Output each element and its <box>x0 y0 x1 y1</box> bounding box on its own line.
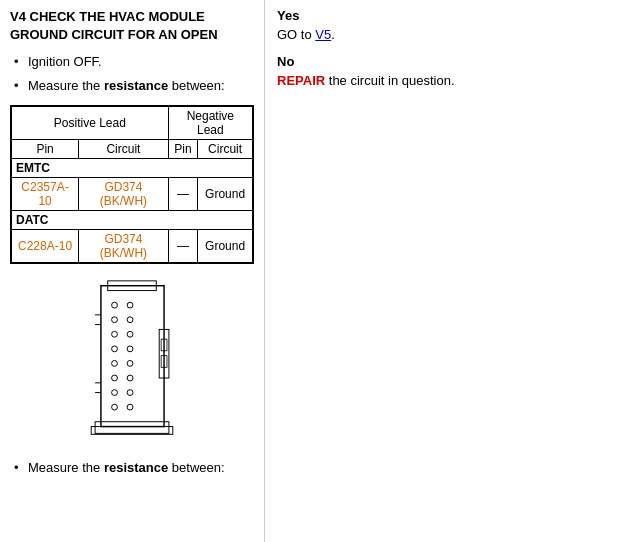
footer-measure-pre: Measure the <box>28 460 104 475</box>
datc-pos-circuit: GD374 (BK/WH) <box>79 230 169 263</box>
page-container: V4 CHECK THE HVAC MODULE GROUND CIRCUIT … <box>0 0 631 542</box>
svg-point-17 <box>127 375 133 381</box>
ignition-off-text: Ignition OFF. <box>28 54 102 69</box>
datc-neg-pin: — <box>168 230 197 263</box>
svg-point-10 <box>112 390 118 396</box>
svg-point-11 <box>112 405 118 411</box>
svg-point-13 <box>127 317 133 323</box>
resistance-bold: resistance <box>104 78 168 93</box>
svg-point-8 <box>112 361 118 367</box>
svg-point-4 <box>112 303 118 309</box>
col-header-circuit1: Circuit <box>79 140 169 159</box>
svg-point-19 <box>127 405 133 411</box>
emtc-neg-pin: — <box>168 178 197 211</box>
col-header-circuit2: Circuit <box>198 140 253 159</box>
col-header-pin2: Pin <box>168 140 197 159</box>
svg-point-14 <box>127 332 133 338</box>
section-title: V4 CHECK THE HVAC MODULE GROUND CIRCUIT … <box>10 8 254 44</box>
datc-neg-circuit: Ground <box>198 230 253 263</box>
no-action: REPAIR the circuit in question. <box>277 73 619 88</box>
category-emtc: EMTC <box>12 159 253 178</box>
yes-answer-block: Yes <box>277 8 619 23</box>
connector-diagram <box>72 276 192 446</box>
emtc-pos-pin: C2357A-10 <box>12 178 79 211</box>
emtc-row: C2357A-10 GD374 (BK/WH) — Ground <box>12 178 253 211</box>
emtc-pos-circuit: GD374 (BK/WH) <box>79 178 169 211</box>
col-header-pin1: Pin <box>12 140 79 159</box>
svg-point-15 <box>127 346 133 352</box>
category-datc: DATC <box>12 211 253 230</box>
footer-resistance-bold: resistance <box>104 460 168 475</box>
connector-svg <box>72 276 192 446</box>
right-panel: Yes GO to V5. No REPAIR the circuit in q… <box>265 0 631 542</box>
footer-instruction-item: Measure the resistance between: <box>14 458 254 478</box>
go-to-text: GO to <box>277 27 315 42</box>
svg-rect-2 <box>95 422 169 434</box>
no-answer-block: No <box>277 54 619 69</box>
footer-measure-post: between: <box>168 460 224 475</box>
svg-point-18 <box>127 390 133 396</box>
circuit-table-wrapper: Positive Lead Negative Lead Pin Circuit … <box>10 105 254 264</box>
repair-text: REPAIR <box>277 73 325 88</box>
v5-link[interactable]: V5 <box>315 27 331 42</box>
emtc-label: EMTC <box>12 159 253 178</box>
svg-point-9 <box>112 375 118 381</box>
circuit-table: Positive Lead Negative Lead Pin Circuit … <box>11 106 253 263</box>
yes-period: . <box>331 27 335 42</box>
svg-point-6 <box>112 332 118 338</box>
no-action-rest: the circuit in question. <box>325 73 454 88</box>
emtc-neg-circuit: Ground <box>198 178 253 211</box>
instruction-item-1: Ignition OFF. <box>14 52 254 72</box>
svg-point-12 <box>127 303 133 309</box>
yes-label: Yes <box>277 8 299 23</box>
yes-action: GO to V5. <box>277 27 619 42</box>
measure-text-pre: Measure the <box>28 78 104 93</box>
datc-pos-pin: C228A-10 <box>12 230 79 263</box>
no-label: No <box>277 54 294 69</box>
svg-point-16 <box>127 361 133 367</box>
datc-label: DATC <box>12 211 253 230</box>
left-panel: V4 CHECK THE HVAC MODULE GROUND CIRCUIT … <box>0 0 265 542</box>
negative-lead-header: Negative Lead <box>168 107 252 140</box>
measure-text-post: between: <box>168 78 224 93</box>
instruction-item-2: Measure the resistance between: <box>14 76 254 96</box>
svg-point-5 <box>112 317 118 323</box>
footer-instruction-list: Measure the resistance between: <box>10 458 254 478</box>
positive-lead-header: Positive Lead <box>12 107 169 140</box>
svg-point-7 <box>112 346 118 352</box>
datc-row: C228A-10 GD374 (BK/WH) — Ground <box>12 230 253 263</box>
instruction-list: Ignition OFF. Measure the resistance bet… <box>10 52 254 95</box>
